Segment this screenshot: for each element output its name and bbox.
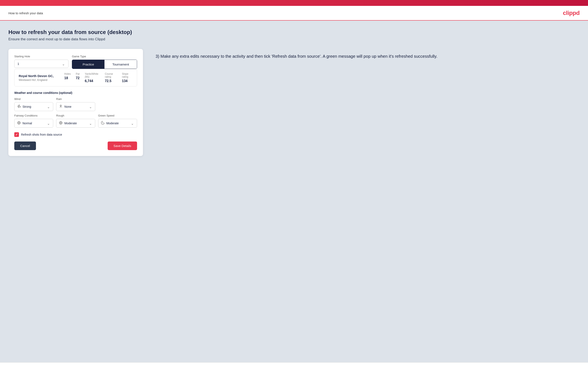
fairway-value: Normal: [23, 122, 45, 125]
side-instruction: 3) Make any extra edits necessary to the…: [156, 53, 579, 60]
rough-select[interactable]: Moderate ⌄: [56, 119, 95, 128]
side-text: 3) Make any extra edits necessary to the…: [156, 49, 579, 60]
starting-hole-value: 1: [17, 62, 62, 66]
svg-point-0: [60, 105, 61, 106]
starting-hole-section: Starting Hole 1 ⌄: [14, 55, 69, 68]
course-info-box: Royal North Devon GC, Westward Ho!, Engl…: [14, 69, 137, 86]
slope-rating-stat: Slope rating 134: [122, 72, 133, 83]
rough-section: Rough Moderate ⌄: [56, 114, 95, 128]
main-content: How to refresh your data from source (de…: [0, 21, 588, 362]
course-stats: Holes 18 Par 72 Yards/White (M)) 6,744 C…: [64, 72, 133, 83]
green-speed-value: Moderate: [106, 122, 129, 125]
starting-hole-label: Starting Hole: [14, 55, 69, 58]
par-value: 72: [76, 76, 80, 80]
header: How to refresh your data clippd: [0, 6, 588, 21]
checkmark-icon: ✓: [15, 133, 18, 136]
slope-rating-value: 134: [122, 79, 133, 83]
green-speed-chevron-icon: ⌄: [131, 122, 134, 125]
form-card: Starting Hole 1 ⌄ Game Type Practice Tou…: [9, 49, 143, 156]
course-name-section: Royal North Devon GC, Westward Ho!, Engl…: [19, 74, 64, 82]
rain-select[interactable]: None ⌄: [56, 102, 95, 111]
fairway-label: Fairway Conditions: [14, 114, 53, 117]
course-rating-label: Course rating: [105, 72, 117, 78]
page-subheading: Ensure the correct and most up to date d…: [9, 37, 579, 41]
rain-chevron-icon: ⌄: [89, 105, 93, 108]
wind-value: Strong: [23, 105, 45, 108]
chevron-down-icon: ⌄: [62, 62, 65, 66]
par-label: Par: [76, 72, 80, 75]
green-speed-icon: [101, 121, 105, 125]
tournament-button[interactable]: Tournament: [104, 60, 137, 69]
game-type-section: Game Type Practice Tournament: [72, 55, 137, 69]
refresh-checkbox-label: Refresh shots from data source: [21, 133, 62, 136]
fairway-chevron-icon: ⌄: [47, 122, 51, 125]
rough-value: Moderate: [64, 122, 87, 125]
holes-stat: Holes 18: [64, 72, 71, 83]
refresh-checkbox[interactable]: ✓: [14, 132, 19, 137]
par-stat: Par 72: [76, 72, 80, 83]
wind-label: Wind: [14, 97, 53, 100]
course-rating-value: 72.5: [105, 79, 117, 83]
green-speed-label: Green Speed: [98, 114, 137, 117]
content-row: Starting Hole 1 ⌄ Game Type Practice Tou…: [9, 49, 579, 156]
game-type-label: Game Type: [72, 55, 137, 58]
wind-icon: [17, 104, 21, 109]
rain-value: None: [64, 105, 87, 108]
green-speed-section: Green Speed Moderate ⌄: [98, 114, 137, 128]
rough-icon: [59, 121, 63, 125]
wind-select[interactable]: Strong ⌄: [14, 102, 53, 111]
practice-button[interactable]: Practice: [72, 60, 104, 69]
green-speed-select[interactable]: Moderate ⌄: [98, 119, 137, 128]
holes-value: 18: [64, 76, 71, 80]
rain-icon: [59, 104, 63, 109]
slope-rating-label: Slope rating: [122, 72, 133, 78]
rain-label: Rain: [56, 97, 95, 100]
rough-chevron-icon: ⌄: [89, 122, 93, 125]
course-name: Royal North Devon GC,: [19, 74, 64, 78]
yards-stat: Yards/White (M)) 6,744: [85, 72, 100, 83]
fairway-section: Fairway Conditions Normal ⌄: [14, 114, 53, 128]
course-location: Westward Ho!, England: [19, 78, 64, 82]
wind-section: Wind Strong ⌄: [14, 97, 53, 111]
refresh-checkbox-row: ✓ Refresh shots from data source: [14, 132, 137, 137]
conditions-title: Weather and course conditions (optional): [14, 91, 137, 94]
cancel-button[interactable]: Cancel: [14, 142, 36, 150]
logo: clippd: [563, 10, 579, 16]
yards-label: Yards/White (M)): [85, 72, 100, 78]
conditions-bottom-row: Fairway Conditions Normal ⌄ Rough: [14, 114, 137, 128]
fairway-icon: [17, 121, 21, 125]
course-rating-stat: Course rating 72.5: [105, 72, 117, 83]
save-button[interactable]: Save Details: [108, 142, 137, 150]
top-bar: [0, 0, 588, 6]
footer: Copyright Clippd 2022: [0, 362, 588, 367]
wind-chevron-icon: ⌄: [47, 105, 51, 108]
starting-hole-select[interactable]: 1 ⌄: [14, 60, 69, 68]
button-row: Cancel Save Details: [14, 142, 137, 150]
fairway-select[interactable]: Normal ⌄: [14, 119, 53, 128]
holes-label: Holes: [64, 72, 71, 75]
wind-rain-row: Wind Strong ⌄ Rain No: [14, 97, 137, 111]
header-title: How to refresh your data: [9, 11, 43, 15]
rain-spacer: [98, 97, 137, 111]
rain-section: Rain None ⌄: [56, 97, 95, 111]
page-heading: How to refresh your data from source (de…: [9, 29, 579, 35]
rough-label: Rough: [56, 114, 95, 117]
starting-game-row: Starting Hole 1 ⌄ Game Type Practice Tou…: [14, 55, 137, 69]
game-type-buttons: Practice Tournament: [72, 60, 137, 69]
yards-value: 6,744: [85, 79, 100, 83]
